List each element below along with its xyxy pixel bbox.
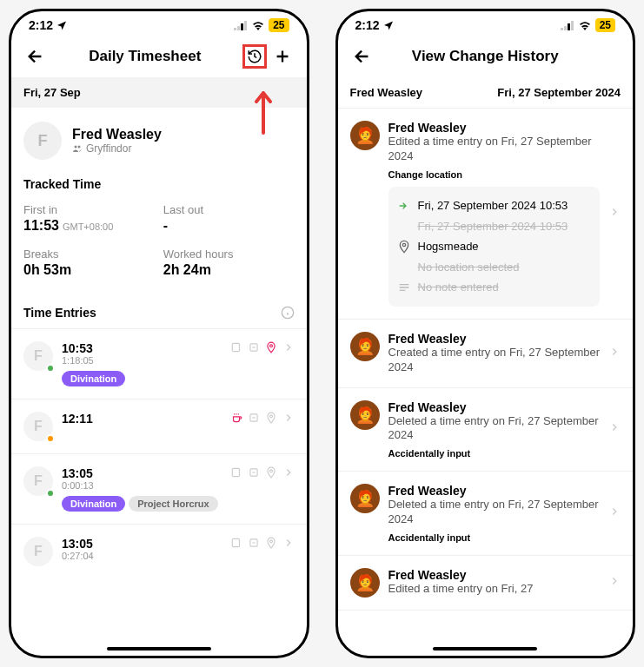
- topbar: Daily Timesheet: [11, 36, 307, 77]
- time-entry[interactable]: F 13:05 0:27:04: [11, 524, 307, 578]
- entry-avatar: F: [23, 341, 53, 371]
- first-in-value: 11:53GMT+08:00: [23, 218, 155, 234]
- entry-avatar: F: [23, 412, 53, 441]
- avatar: F: [23, 122, 62, 160]
- time-entry[interactable]: F 12:11: [11, 399, 307, 453]
- entry-icons: [230, 341, 295, 353]
- entry-icons: [230, 537, 295, 549]
- topbar: View Change History: [338, 36, 634, 77]
- last-out-value: -: [163, 218, 295, 234]
- history-item[interactable]: 🧑‍🦰 Fred Weasley Created a time entry on…: [338, 320, 634, 388]
- chevron-right-icon: [282, 537, 295, 549]
- svg-point-17: [269, 540, 272, 543]
- svg-point-5: [78, 146, 81, 149]
- worked-value: 2h 24m: [163, 262, 295, 278]
- cell-signal-icon: [561, 21, 574, 30]
- history-icon: [247, 47, 262, 66]
- status-time: 2:12: [355, 18, 380, 32]
- svg-rect-7: [232, 343, 239, 351]
- history-avatar: 🧑‍🦰: [350, 400, 380, 430]
- history-list[interactable]: 🧑‍🦰 Fred Weasley Edited a time entry on …: [338, 109, 634, 657]
- history-avatar: 🧑‍🦰: [350, 121, 380, 150]
- wifi-icon: [251, 20, 265, 30]
- phone-right: 2:12 25 View Change History Fred Weasley…: [335, 9, 636, 658]
- phone-left: 2:12 25 Daily Timesheet Fri, 27 Sep F Fr…: [9, 9, 309, 658]
- cell-signal-icon: [234, 21, 248, 30]
- breaks-label: Breaks: [23, 248, 155, 261]
- home-indicator: [433, 647, 537, 650]
- location-arrow-icon: [383, 20, 394, 30]
- back-button[interactable]: [350, 44, 375, 69]
- time-entry[interactable]: F 10:53 1:18:05Divination: [11, 328, 307, 399]
- arrow-left-icon: [26, 47, 45, 66]
- entry-icons: [230, 412, 295, 424]
- entries-header: Time Entries: [11, 294, 307, 328]
- back-button[interactable]: [23, 44, 48, 69]
- chevron-right-icon: [608, 421, 621, 437]
- chevron-right-icon: [282, 341, 295, 353]
- chevron-right-icon: [608, 575, 621, 591]
- svg-rect-1: [237, 26, 240, 30]
- annotation-arrow: [252, 91, 275, 142]
- status-time: 2:12: [29, 18, 53, 32]
- svg-point-22: [402, 243, 405, 246]
- location-arrow-icon: [56, 20, 67, 30]
- history-avatar: 🧑‍🦰: [350, 332, 380, 361]
- svg-point-11: [269, 415, 272, 418]
- time-entry[interactable]: F 13:05 0:00:13DivinationProject Horcrux: [11, 453, 307, 524]
- history-button[interactable]: [242, 44, 267, 69]
- page-title: View Change History: [375, 48, 597, 65]
- svg-rect-3: [244, 21, 247, 30]
- svg-rect-19: [564, 26, 567, 30]
- svg-rect-2: [241, 23, 243, 30]
- svg-rect-12: [232, 468, 239, 476]
- chevron-right-icon: [608, 505, 621, 521]
- home-indicator: [107, 647, 211, 650]
- history-item[interactable]: 🧑‍🦰 Fred Weasley Deleted a time entry on…: [338, 472, 634, 556]
- chevron-right-icon: [282, 466, 295, 479]
- status-bar: 2:12 25: [338, 11, 634, 36]
- svg-point-4: [75, 146, 77, 149]
- tracked-heading: Tracked Time: [11, 172, 307, 200]
- svg-rect-0: [234, 28, 236, 30]
- history-avatar: 🧑‍🦰: [350, 568, 380, 598]
- chevron-right-icon: [282, 412, 295, 424]
- history-item[interactable]: 🧑‍🦰 Fred Weasley Edited a time entry on …: [338, 109, 634, 320]
- chevron-right-icon: [608, 206, 621, 221]
- svg-rect-20: [568, 23, 570, 30]
- history-item[interactable]: 🧑‍🦰 Fred Weasley Edited a time entry on …: [338, 556, 634, 611]
- entry-avatar: F: [23, 466, 53, 496]
- page-title: Daily Timesheet: [48, 48, 242, 65]
- add-button[interactable]: [270, 44, 295, 69]
- first-in-label: First in: [23, 203, 155, 216]
- svg-rect-21: [571, 21, 574, 30]
- wifi-icon: [578, 20, 592, 30]
- entries-list: F 10:53 1:18:05Divination F 12:11 F 13:0…: [11, 328, 307, 578]
- history-detail: Fri, 27 September 2024 10:53 Fri, 27 Sep…: [388, 187, 601, 307]
- chevron-right-icon: [608, 346, 621, 361]
- history-item[interactable]: 🧑‍🦰 Fred Weasley Deleted a time entry on…: [338, 388, 634, 472]
- svg-point-9: [269, 345, 272, 347]
- svg-point-14: [269, 470, 272, 472]
- last-out-label: Last out: [163, 203, 295, 216]
- battery-badge: 25: [269, 18, 289, 32]
- arrow-left-icon: [353, 47, 372, 66]
- history-header: Fred Weasley Fri, 27 September 2024: [338, 77, 634, 109]
- tracked-grid: First in 11:53GMT+08:00 Last out - Break…: [11, 200, 307, 294]
- entry-avatar: F: [23, 537, 53, 566]
- status-bar: 2:12 25: [11, 11, 307, 36]
- svg-rect-18: [561, 28, 563, 30]
- user-name: Fred Weasley: [72, 127, 162, 142]
- history-date: Fri, 27 September 2024: [497, 86, 621, 99]
- user-group: Gryffindor: [72, 142, 162, 155]
- history-user: Fred Weasley: [350, 86, 423, 99]
- plus-icon: [273, 47, 292, 66]
- battery-badge: 25: [595, 18, 615, 32]
- svg-rect-15: [232, 538, 239, 546]
- entry-icons: [230, 466, 295, 479]
- breaks-value: 0h 53m: [23, 262, 155, 278]
- info-icon[interactable]: [281, 306, 295, 320]
- worked-label: Worked hours: [163, 248, 295, 261]
- group-icon: [72, 143, 83, 154]
- history-avatar: 🧑‍🦰: [350, 484, 380, 513]
